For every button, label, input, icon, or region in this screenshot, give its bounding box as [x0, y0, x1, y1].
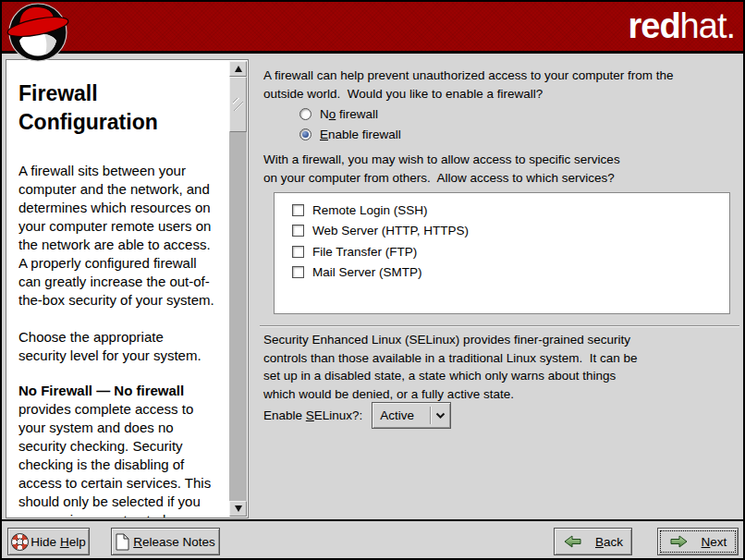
scroll-up-button[interactable]: [229, 61, 247, 77]
checkbox-icon: [292, 225, 304, 237]
scrollbar-thumb[interactable]: [229, 77, 247, 132]
chevron-down-icon: [431, 412, 450, 420]
release-notes-button[interactable]: Release Notes: [111, 528, 220, 555]
checkbox-icon: [292, 266, 304, 278]
selinux-setting-row: Enable SELinux?: Active: [263, 402, 451, 429]
help-paragraph-3-bold: No Firewall — No firewall: [18, 383, 184, 398]
installer-window: redhat. Firewall Configuration A firewal…: [0, 0, 745, 560]
selinux-description-text: Security Enhanced Linux (SELinux) provid…: [263, 331, 637, 403]
scroll-down-button[interactable]: [229, 501, 247, 517]
radio-no-firewall[interactable]: No firewall: [299, 103, 401, 124]
checkbox-icon: [292, 246, 304, 258]
checkbox-icon: [292, 204, 304, 216]
help-paragraph-3: No Firewall — No firewall provides compl…: [18, 382, 229, 517]
hide-help-label: Hide Help: [31, 535, 85, 549]
section-divider: [260, 325, 739, 327]
radio-no-firewall-label: No firewall: [320, 107, 378, 121]
arrow-down-icon: [235, 505, 242, 512]
service-label: Web Server (HTTP, HTTPS): [312, 224, 469, 237]
redhat-wordmark: redhat.: [628, 6, 735, 46]
services-intro-text: With a firewall, you may wish to allow a…: [263, 151, 620, 187]
arrow-up-icon: [235, 66, 242, 72]
header-bar: redhat.: [2, 2, 743, 54]
radio-indicator: [299, 108, 311, 120]
radio-enable-firewall[interactable]: Enable firewall: [299, 124, 401, 144]
help-title: Firewall Configuration: [18, 79, 229, 137]
radio-indicator-selected: [299, 128, 311, 140]
selinux-label: Enable SELinux?:: [263, 408, 362, 422]
service-label: Remote Login (SSH): [312, 203, 428, 217]
back-label: Back: [595, 535, 623, 549]
footer-bar: Hide Help Release Notes Back Next: [2, 521, 743, 558]
help-scrollbar[interactable]: [229, 61, 247, 517]
help-text: Firewall Configuration A firewall sits b…: [18, 60, 229, 517]
selinux-dropdown[interactable]: Active: [372, 402, 451, 429]
help-panel: Firewall Configuration A firewall sits b…: [6, 59, 249, 518]
next-button[interactable]: Next: [657, 528, 739, 555]
brand-hat: hat: [680, 6, 727, 45]
help-paragraph-1: A firewall sits between your computer an…: [18, 162, 229, 310]
checkbox-remote-login-ssh[interactable]: Remote Login (SSH): [292, 200, 729, 221]
help-paragraph-3-rest: provides complete access to your system …: [18, 401, 211, 517]
scrollbar-trough[interactable]: [229, 132, 247, 501]
checkbox-file-transfer-ftp[interactable]: File Transfer (FTP): [292, 241, 729, 262]
arrow-right-icon: [669, 534, 689, 549]
service-label: Mail Server (SMTP): [312, 265, 422, 279]
checkbox-web-server-http-https[interactable]: Web Server (HTTP, HTTPS): [292, 221, 729, 242]
redhat-shadowman-logo-icon: [4, 2, 74, 63]
next-label: Next: [702, 535, 727, 549]
hide-help-button[interactable]: Hide Help: [7, 528, 90, 555]
service-label: File Transfer (FTP): [312, 245, 417, 259]
checkbox-mail-server-smtp[interactable]: Mail Server (SMTP): [292, 262, 729, 284]
help-lifering-icon: [11, 533, 29, 551]
arrow-left-icon: [563, 534, 582, 549]
selinux-dropdown-value: Active: [372, 408, 430, 422]
help-paragraph-2: Choose the appropriate security level fo…: [18, 328, 229, 365]
firewall-intro-text: A firewall can help prevent unauthorized…: [263, 67, 673, 103]
brand-dot: .: [726, 6, 735, 45]
radio-enable-firewall-label: Enable firewall: [320, 128, 401, 141]
firewall-radio-group: No firewall Enable firewall: [299, 103, 401, 144]
services-list: Remote Login (SSH) Web Server (HTTP, HTT…: [274, 192, 730, 314]
release-notes-label: Release Notes: [133, 535, 215, 549]
brand-red: red: [628, 6, 679, 45]
back-button[interactable]: Back: [554, 528, 632, 555]
document-icon: [116, 533, 129, 551]
firewall-config-panel: A firewall can help prevent unauthorized…: [260, 59, 741, 519]
